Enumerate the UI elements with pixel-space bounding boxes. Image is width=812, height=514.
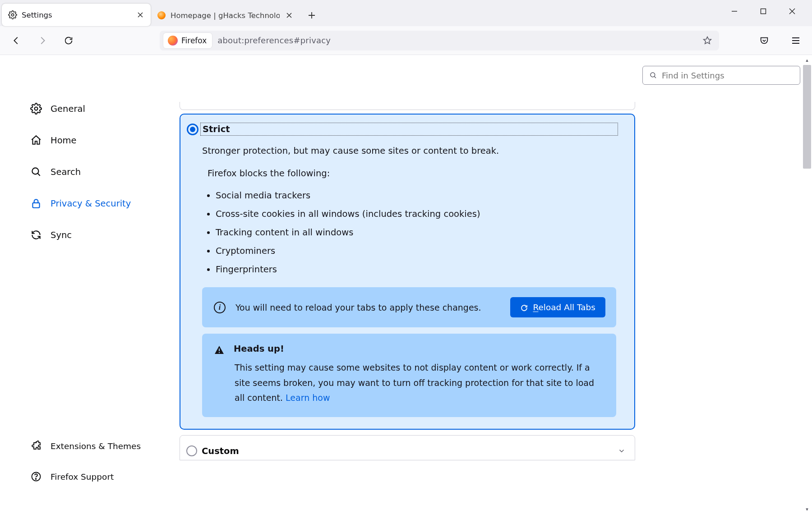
sidebar-label: Firefox Support [51,472,114,482]
svg-point-6 [36,478,37,479]
sidebar-label: General [51,104,85,114]
close-icon[interactable] [284,10,294,20]
previous-option-card-tail [180,102,635,110]
sidebar-item-general[interactable]: General [27,97,180,120]
blocks-list: Social media trackers Cross-site cookies… [180,179,634,275]
blocks-intro: Firefox blocks the following: [180,157,634,179]
tab-title: Homepage | gHacks Technology [171,11,280,20]
back-button[interactable] [8,32,24,49]
heads-up-notice: Heads up! This setting may cause some we… [202,334,616,417]
reload-button[interactable] [60,32,77,49]
settings-sidebar: General Home Search Privacy & Security [0,55,180,514]
sidebar-label: Sync [51,230,72,240]
svg-rect-1 [761,9,766,14]
custom-title: Custom [202,446,239,456]
lock-icon [30,197,42,210]
tab-settings[interactable]: Settings [2,4,151,26]
find-in-settings-input[interactable] [662,71,794,80]
sidebar-label: Privacy & Security [51,198,131,209]
puzzle-icon [30,440,42,452]
sidebar-label: Home [51,135,77,146]
svg-rect-9 [219,352,220,353]
tab-strip: Settings Homepage | gHacks Technology [0,0,812,26]
sidebar-item-search[interactable]: Search [27,161,180,183]
bookmark-star-icon[interactable] [701,34,714,47]
warning-icon [214,345,226,357]
sidebar-label: Search [51,167,81,177]
sidebar-item-sync[interactable]: Sync [27,224,180,246]
close-window-button[interactable] [778,2,807,21]
gear-icon [30,102,42,115]
site-favicon-icon [157,11,166,20]
svg-rect-8 [219,349,220,351]
sidebar-item-privacy[interactable]: Privacy & Security [27,192,180,215]
reload-notice: i You will need to reload your tabs to a… [202,287,616,327]
block-item: Social media trackers [216,190,634,201]
scrollbar-thumb[interactable] [803,65,811,169]
help-icon [30,470,42,483]
sidebar-item-support[interactable]: Firefox Support [27,465,180,488]
forward-button[interactable] [34,32,51,49]
block-item: Fingerprinters [216,264,634,275]
heads-up-title: Heads up! [234,344,604,354]
search-icon [30,165,42,178]
svg-point-3 [32,168,38,174]
tab-ghacks[interactable]: Homepage | gHacks Technology [151,5,300,26]
heads-up-body: This setting may cause some websites to … [234,360,604,405]
learn-how-link[interactable]: Learn how [286,393,330,403]
hamburger-menu-button[interactable] [788,32,804,49]
sidebar-item-home[interactable]: Home [27,129,180,151]
reload-text: You will need to reload your tabs to app… [235,300,500,315]
strict-title: Strict [200,123,618,136]
pocket-button[interactable] [756,32,772,49]
strict-option-card: Strict Stronger protection, but may caus… [180,114,635,430]
reload-all-tabs-button[interactable]: Reload All Tabs [510,297,605,317]
identity-label: Firefox [181,36,207,45]
toolbar: Firefox about:preferences#privacy [0,26,812,55]
sidebar-item-extensions[interactable]: Extensions & Themes [27,435,180,457]
scroll-up-icon[interactable]: ▴ [802,55,812,65]
custom-radio[interactable] [186,445,197,456]
tab-title: Settings [22,11,131,19]
address-bar[interactable]: Firefox about:preferences#privacy [160,31,719,50]
firefox-logo-icon [168,36,178,46]
home-icon [30,134,42,147]
info-icon: i [214,302,226,313]
block-item: Tracking content in all windows [216,227,634,238]
block-item: Cryptominers [216,246,634,256]
gear-icon [8,10,17,19]
minimize-button[interactable] [720,2,749,21]
sync-icon [30,229,42,241]
new-tab-button[interactable] [302,6,321,25]
chevron-down-icon [618,447,626,455]
settings-main: Strict Stronger protection, but may caus… [180,55,802,514]
vertical-scrollbar[interactable]: ▴ ▾ [802,55,812,514]
svg-rect-4 [32,203,39,208]
strict-radio[interactable] [187,124,198,135]
block-item: Cross-site cookies in all windows (inclu… [216,209,634,219]
url-text: about:preferences#privacy [215,36,331,45]
svg-point-2 [35,107,38,110]
custom-option-card[interactable]: Custom [180,435,635,460]
maximize-button[interactable] [749,2,778,21]
sidebar-label: Extensions & Themes [51,441,141,451]
find-in-settings[interactable] [642,66,800,85]
scroll-down-icon[interactable]: ▾ [802,504,812,514]
svg-point-7 [651,73,655,77]
close-icon[interactable] [135,10,145,20]
strict-description: Stronger protection, but may cause some … [180,136,634,157]
svg-point-0 [11,14,14,16]
search-icon [649,71,657,79]
window-controls [720,2,807,26]
reload-icon [520,304,528,312]
identity-pill[interactable]: Firefox [163,33,212,48]
